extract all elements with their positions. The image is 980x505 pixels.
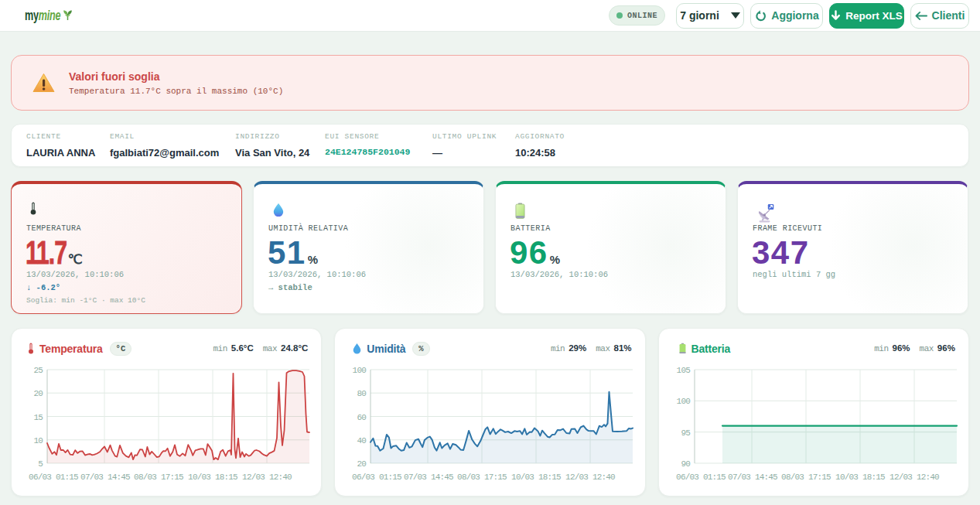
svg-text:95: 95 — [681, 428, 690, 438]
svg-text:40: 40 — [357, 436, 367, 445]
svg-text:08/03 17:15: 08/03 17:15 — [781, 473, 831, 482]
svg-text:105: 105 — [676, 366, 690, 375]
svg-text:07/03 14:45: 07/03 14:45 — [404, 473, 453, 482]
svg-text:60: 60 — [357, 413, 367, 422]
svg-text:25: 25 — [33, 366, 43, 375]
svg-text:06/03 01:15: 06/03 01:15 — [29, 473, 78, 482]
svg-text:100: 100 — [676, 397, 690, 406]
svg-text:06/03 01:15: 06/03 01:15 — [352, 473, 401, 482]
svg-text:10/03 18:15: 10/03 18:15 — [511, 473, 561, 482]
svg-text:10/03 18:15: 10/03 18:15 — [835, 473, 885, 482]
svg-text:80: 80 — [357, 389, 367, 398]
svg-text:100: 100 — [353, 366, 367, 375]
svg-text:12/03 12:40: 12/03 12:40 — [242, 473, 292, 482]
svg-text:20: 20 — [33, 389, 43, 398]
svg-text:5: 5 — [38, 459, 43, 469]
svg-text:10/03 18:15: 10/03 18:15 — [188, 473, 237, 482]
svg-text:90: 90 — [681, 459, 690, 469]
svg-text:10: 10 — [33, 436, 43, 445]
svg-text:20: 20 — [357, 459, 367, 469]
svg-text:08/03 17:15: 08/03 17:15 — [134, 473, 183, 482]
svg-text:12/03 12:40: 12/03 12:40 — [890, 473, 939, 482]
svg-text:07/03 14:45: 07/03 14:45 — [728, 473, 777, 482]
svg-text:12/03 12:40: 12/03 12:40 — [565, 473, 615, 482]
svg-text:15: 15 — [33, 413, 43, 422]
svg-text:07/03 14:45: 07/03 14:45 — [80, 473, 130, 482]
svg-text:06/03 01:15: 06/03 01:15 — [676, 473, 726, 482]
svg-text:08/03 17:15: 08/03 17:15 — [457, 473, 507, 482]
